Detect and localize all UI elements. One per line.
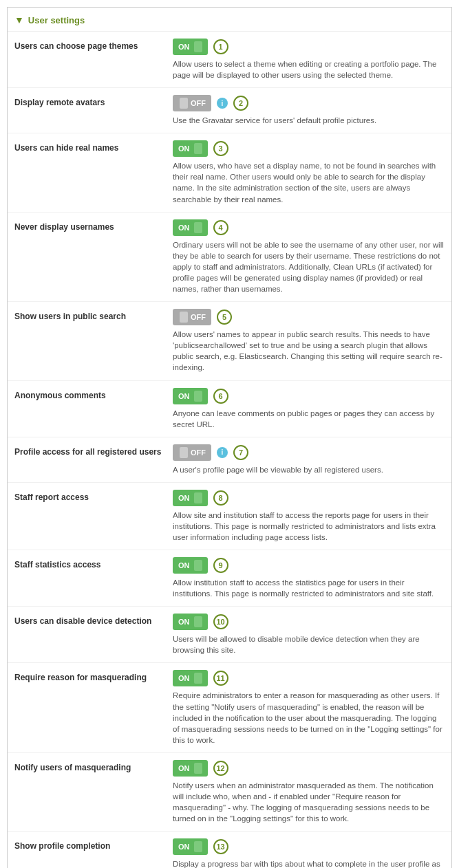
setting-control-10: ON10 [173,614,445,630]
setting-row: Users can disable device detectionON10Us… [8,607,451,663]
settings-container: Users can choose page themesON1Allow use… [8,32,451,868]
setting-right-4: ON4Ordinary users will not be able to se… [173,219,445,294]
setting-row: Show profile completionON13Display a pro… [8,832,451,868]
badge-9: 9 [213,558,228,573]
slider-indicator [194,560,202,571]
info-icon-2[interactable]: i [217,98,228,109]
setting-desc-6: Anyone can leave comments on public page… [173,408,445,430]
setting-label-12: Notify users of masquerading [14,760,166,772]
badge-7: 7 [233,445,248,460]
setting-row: Staff statistics accessON9Allow institut… [8,550,451,607]
slider-indicator [194,391,202,402]
slider-indicator [194,763,202,774]
slider-indicator [194,143,202,154]
setting-desc-7: A user's profile page will be viewable b… [173,464,445,475]
setting-row: Require reason for masqueradingON11Requi… [8,663,451,752]
toggle-13[interactable]: ON [173,838,208,855]
slider-indicator [194,673,202,684]
setting-label-6: Anonymous comments [14,388,166,400]
slider-indicator [194,841,202,852]
setting-desc-10: Users will be allowed to disable mobile … [173,633,445,655]
setting-desc-5: Allow users' names to appear in public s… [173,329,445,373]
slider-indicator [194,616,202,627]
setting-desc-4: Ordinary users will not be able to see t… [173,239,445,294]
badge-6: 6 [213,389,228,404]
setting-desc-11: Require administrators to enter a reason… [173,690,445,745]
slider-indicator [194,222,202,233]
setting-label-4: Never display usernames [14,219,166,232]
setting-label-3: Users can hide real names [14,140,166,153]
section-arrow-icon: ▼ [14,14,24,25]
toggle-label: ON [178,392,190,400]
slider-indicator [180,98,188,109]
setting-right-11: ON11Require administrators to enter a re… [173,670,445,745]
setting-label-7: Profile access for all registered users [14,444,166,457]
toggle-label: ON [178,144,190,153]
setting-label-10: Users can disable device detection [14,614,166,626]
toggle-label: ON [178,674,190,682]
toggle-1[interactable]: ON [173,39,208,55]
setting-label-5: Show users in public search [14,309,166,321]
setting-control-2: OFFi2 [173,95,445,111]
badge-12: 12 [213,761,228,776]
setting-desc-8: Allow site and institution staff to acce… [173,510,445,543]
toggle-8[interactable]: ON [173,490,208,506]
setting-right-12: ON12Notify users when an administrator m… [173,760,445,824]
toggle-label: ON [178,224,190,232]
setting-desc-13: Display a progress bar with tips about w… [173,858,445,868]
toggle-6[interactable]: ON [173,388,208,404]
setting-control-6: ON6 [173,388,445,404]
setting-row: Notify users of masqueradingON12Notify u… [8,753,451,832]
setting-control-11: ON11 [173,670,445,686]
setting-right-13: ON13Display a progress bar with tips abo… [173,838,445,868]
toggle-7[interactable]: OFF [173,444,211,461]
toggle-12[interactable]: ON [173,760,208,777]
user-settings-section: ▼ User settings Users can choose page th… [7,7,452,868]
setting-control-3: ON3 [173,140,445,157]
slider-indicator [180,447,188,458]
toggle-5[interactable]: OFF [173,309,211,325]
toggle-4[interactable]: ON [173,219,208,236]
setting-right-7: OFFi7A user's profile page will be viewa… [173,444,445,475]
toggle-label: ON [178,764,190,772]
setting-right-9: ON9Allow institution staff to access the… [173,557,445,599]
toggle-9[interactable]: ON [173,557,208,574]
badge-11: 11 [213,671,228,686]
badge-4: 4 [213,220,228,235]
setting-right-10: ON10Users will be allowed to disable mob… [173,614,445,655]
setting-row: Display remote avatarsOFFi2Use the Grava… [8,88,451,133]
toggle-11[interactable]: ON [173,670,208,686]
badge-3: 3 [213,141,228,156]
badge-10: 10 [213,614,228,629]
toggle-label: ON [178,494,190,502]
setting-right-1: ON1Allow users to select a theme when ed… [173,39,445,80]
setting-control-12: ON12 [173,760,445,777]
toggle-label: ON [178,43,190,51]
toggle-3[interactable]: ON [173,140,208,157]
setting-desc-3: Allow users, who have set a display name… [173,160,445,204]
section-title-text: User settings [28,15,85,25]
badge-13: 13 [213,839,228,854]
setting-label-1: Users can choose page themes [14,39,166,51]
toggle-label: OFF [191,448,206,457]
setting-desc-1: Allow users to select a theme when editi… [173,58,445,80]
setting-right-6: ON6Anyone can leave comments on public p… [173,388,445,430]
setting-row: Anonymous commentsON6Anyone can leave co… [8,381,451,437]
setting-row: Users can choose page themesON1Allow use… [8,32,451,88]
section-title: ▼ User settings [8,14,451,32]
setting-control-7: OFFi7 [173,444,445,461]
setting-desc-12: Notify users when an administrator masqu… [173,780,445,824]
toggle-10[interactable]: ON [173,614,208,630]
info-icon-7[interactable]: i [217,447,228,458]
toggle-label: OFF [191,99,206,107]
setting-desc-9: Allow institution staff to access the st… [173,577,445,599]
setting-row: Users can hide real namesON3Allow users,… [8,133,451,212]
setting-right-3: ON3Allow users, who have set a display n… [173,140,445,204]
badge-8: 8 [213,490,228,506]
badge-5: 5 [217,310,232,325]
toggle-2[interactable]: OFF [173,95,211,111]
setting-control-1: ON1 [173,39,445,55]
setting-right-5: OFF5Allow users' names to appear in publ… [173,309,445,373]
setting-control-9: ON9 [173,557,445,574]
badge-2: 2 [233,96,248,111]
